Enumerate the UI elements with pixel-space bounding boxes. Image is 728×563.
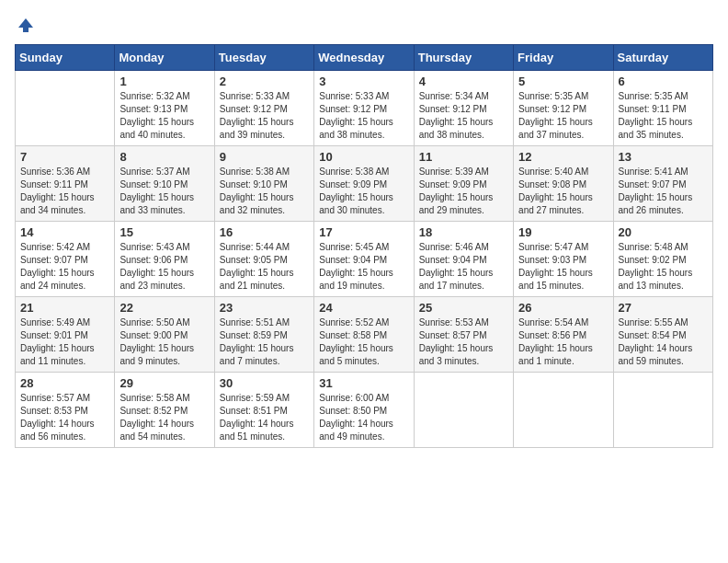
day-number: 29 <box>119 376 209 390</box>
calendar-cell: 23Sunrise: 5:51 AM Sunset: 8:59 PM Dayli… <box>214 297 313 373</box>
calendar-cell <box>414 373 513 448</box>
page-header <box>15 15 713 37</box>
day-number: 20 <box>619 225 708 239</box>
calendar-cell: 22Sunrise: 5:50 AM Sunset: 9:00 PM Dayli… <box>115 297 214 373</box>
day-info: Sunrise: 5:47 AM Sunset: 9:03 PM Dayligh… <box>518 241 608 293</box>
day-number: 21 <box>20 301 109 315</box>
day-info: Sunrise: 5:42 AM Sunset: 9:07 PM Dayligh… <box>20 241 109 293</box>
calendar-cell: 20Sunrise: 5:48 AM Sunset: 9:02 PM Dayli… <box>613 222 712 297</box>
calendar-cell: 27Sunrise: 5:55 AM Sunset: 8:54 PM Dayli… <box>613 297 712 373</box>
day-number: 19 <box>518 225 608 239</box>
calendar-cell: 7Sunrise: 5:36 AM Sunset: 9:11 PM Daylig… <box>16 146 115 222</box>
calendar-cell <box>16 71 115 146</box>
calendar-cell: 28Sunrise: 5:57 AM Sunset: 8:53 PM Dayli… <box>16 373 115 448</box>
calendar-cell <box>613 373 712 448</box>
day-info: Sunrise: 5:58 AM Sunset: 8:52 PM Dayligh… <box>119 392 209 443</box>
calendar-cell: 17Sunrise: 5:45 AM Sunset: 9:04 PM Dayli… <box>314 222 414 297</box>
day-number: 6 <box>619 75 708 88</box>
calendar-cell: 8Sunrise: 5:37 AM Sunset: 9:10 PM Daylig… <box>115 146 214 222</box>
day-number: 31 <box>319 376 408 390</box>
calendar-week-row: 14Sunrise: 5:42 AM Sunset: 9:07 PM Dayli… <box>16 222 713 297</box>
calendar-week-row: 7Sunrise: 5:36 AM Sunset: 9:11 PM Daylig… <box>16 146 713 222</box>
day-info: Sunrise: 5:55 AM Sunset: 8:54 PM Dayligh… <box>619 316 708 368</box>
day-info: Sunrise: 6:00 AM Sunset: 8:50 PM Dayligh… <box>319 392 408 443</box>
calendar-week-row: 21Sunrise: 5:49 AM Sunset: 9:01 PM Dayli… <box>16 297 713 373</box>
day-number: 14 <box>20 225 109 239</box>
calendar-cell: 18Sunrise: 5:46 AM Sunset: 9:04 PM Dayli… <box>414 222 513 297</box>
day-info: Sunrise: 5:40 AM Sunset: 9:08 PM Dayligh… <box>518 166 608 217</box>
day-number: 10 <box>319 150 408 164</box>
day-number: 4 <box>419 75 508 88</box>
calendar-cell: 9Sunrise: 5:38 AM Sunset: 9:10 PM Daylig… <box>214 146 313 222</box>
day-info: Sunrise: 5:32 AM Sunset: 9:13 PM Dayligh… <box>119 90 209 142</box>
day-number: 26 <box>518 301 608 315</box>
calendar-table: SundayMondayTuesdayWednesdayThursdayFrid… <box>15 44 713 448</box>
day-info: Sunrise: 5:46 AM Sunset: 9:04 PM Dayligh… <box>419 241 508 293</box>
calendar-week-row: 28Sunrise: 5:57 AM Sunset: 8:53 PM Dayli… <box>16 373 713 448</box>
day-info: Sunrise: 5:50 AM Sunset: 9:00 PM Dayligh… <box>119 316 209 368</box>
day-info: Sunrise: 5:53 AM Sunset: 8:57 PM Dayligh… <box>419 316 508 368</box>
day-number: 12 <box>518 150 608 164</box>
calendar-cell: 14Sunrise: 5:42 AM Sunset: 9:07 PM Dayli… <box>16 222 115 297</box>
calendar-cell: 25Sunrise: 5:53 AM Sunset: 8:57 PM Dayli… <box>414 297 513 373</box>
day-number: 5 <box>518 75 608 88</box>
day-info: Sunrise: 5:48 AM Sunset: 9:02 PM Dayligh… <box>619 241 708 293</box>
calendar-week-row: 1Sunrise: 5:32 AM Sunset: 9:13 PM Daylig… <box>16 71 713 146</box>
calendar-cell: 26Sunrise: 5:54 AM Sunset: 8:56 PM Dayli… <box>514 297 613 373</box>
calendar-header-row: SundayMondayTuesdayWednesdayThursdayFrid… <box>16 45 713 71</box>
day-number: 30 <box>220 376 309 390</box>
calendar-cell: 16Sunrise: 5:44 AM Sunset: 9:05 PM Dayli… <box>214 222 313 297</box>
day-number: 25 <box>419 301 508 315</box>
day-info: Sunrise: 5:35 AM Sunset: 9:12 PM Dayligh… <box>518 90 608 142</box>
day-number: 16 <box>220 225 309 239</box>
calendar-cell: 2Sunrise: 5:33 AM Sunset: 9:12 PM Daylig… <box>214 71 313 146</box>
day-info: Sunrise: 5:51 AM Sunset: 8:59 PM Dayligh… <box>220 316 309 368</box>
day-info: Sunrise: 5:38 AM Sunset: 9:09 PM Dayligh… <box>319 166 408 217</box>
day-number: 1 <box>119 75 209 88</box>
calendar-cell: 10Sunrise: 5:38 AM Sunset: 9:09 PM Dayli… <box>314 146 414 222</box>
weekday-header: Wednesday <box>314 45 414 71</box>
svg-marker-0 <box>18 18 33 28</box>
day-number: 22 <box>119 301 209 315</box>
svg-rect-1 <box>23 28 28 32</box>
day-info: Sunrise: 5:41 AM Sunset: 9:07 PM Dayligh… <box>619 166 708 217</box>
calendar-cell: 1Sunrise: 5:32 AM Sunset: 9:13 PM Daylig… <box>115 71 214 146</box>
day-number: 18 <box>419 225 508 239</box>
calendar-cell: 19Sunrise: 5:47 AM Sunset: 9:03 PM Dayli… <box>514 222 613 297</box>
calendar-cell: 5Sunrise: 5:35 AM Sunset: 9:12 PM Daylig… <box>514 71 613 146</box>
day-number: 2 <box>220 75 309 88</box>
day-number: 23 <box>220 301 309 315</box>
weekday-header: Saturday <box>613 45 712 71</box>
day-info: Sunrise: 5:35 AM Sunset: 9:11 PM Dayligh… <box>619 90 708 142</box>
day-info: Sunrise: 5:59 AM Sunset: 8:51 PM Dayligh… <box>220 392 309 443</box>
calendar-cell <box>514 373 613 448</box>
day-number: 24 <box>319 301 408 315</box>
calendar-cell: 4Sunrise: 5:34 AM Sunset: 9:12 PM Daylig… <box>414 71 513 146</box>
day-info: Sunrise: 5:45 AM Sunset: 9:04 PM Dayligh… <box>319 241 408 293</box>
calendar-cell: 21Sunrise: 5:49 AM Sunset: 9:01 PM Dayli… <box>16 297 115 373</box>
calendar-cell: 24Sunrise: 5:52 AM Sunset: 8:58 PM Dayli… <box>314 297 414 373</box>
day-number: 3 <box>319 75 408 88</box>
day-number: 15 <box>119 225 209 239</box>
calendar-cell: 12Sunrise: 5:40 AM Sunset: 9:08 PM Dayli… <box>514 146 613 222</box>
day-info: Sunrise: 5:34 AM Sunset: 9:12 PM Dayligh… <box>419 90 508 142</box>
calendar-cell: 15Sunrise: 5:43 AM Sunset: 9:06 PM Dayli… <box>115 222 214 297</box>
logo <box>15 15 40 37</box>
day-info: Sunrise: 5:54 AM Sunset: 8:56 PM Dayligh… <box>518 316 608 368</box>
day-number: 9 <box>220 150 309 164</box>
day-number: 13 <box>619 150 708 164</box>
day-number: 27 <box>619 301 708 315</box>
weekday-header: Friday <box>514 45 613 71</box>
weekday-header: Tuesday <box>214 45 313 71</box>
day-info: Sunrise: 5:37 AM Sunset: 9:10 PM Dayligh… <box>119 166 209 217</box>
day-info: Sunrise: 5:52 AM Sunset: 8:58 PM Dayligh… <box>319 316 408 368</box>
calendar-cell: 3Sunrise: 5:33 AM Sunset: 9:12 PM Daylig… <box>314 71 414 146</box>
day-number: 11 <box>419 150 508 164</box>
day-info: Sunrise: 5:38 AM Sunset: 9:10 PM Dayligh… <box>220 166 309 217</box>
day-info: Sunrise: 5:39 AM Sunset: 9:09 PM Dayligh… <box>419 166 508 217</box>
day-number: 17 <box>319 225 408 239</box>
day-info: Sunrise: 5:44 AM Sunset: 9:05 PM Dayligh… <box>220 241 309 293</box>
weekday-header: Monday <box>115 45 214 71</box>
calendar-cell: 30Sunrise: 5:59 AM Sunset: 8:51 PM Dayli… <box>214 373 313 448</box>
day-number: 8 <box>119 150 209 164</box>
